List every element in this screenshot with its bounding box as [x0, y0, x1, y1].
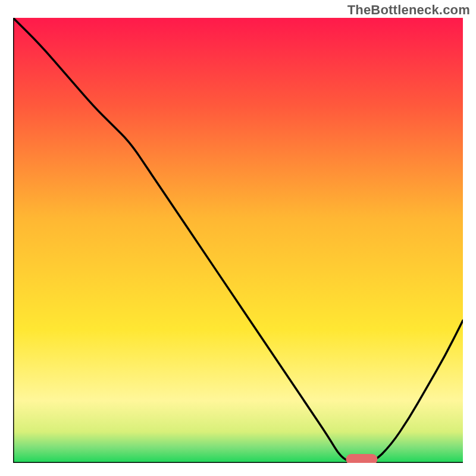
gradient-background: [13, 18, 463, 463]
optimal-range-marker: [346, 454, 377, 463]
chart-svg: [13, 18, 463, 463]
chart-container: TheBottleneck.com: [0, 0, 476, 476]
plot-area: [13, 18, 463, 463]
watermark-text: TheBottleneck.com: [347, 2, 470, 18]
